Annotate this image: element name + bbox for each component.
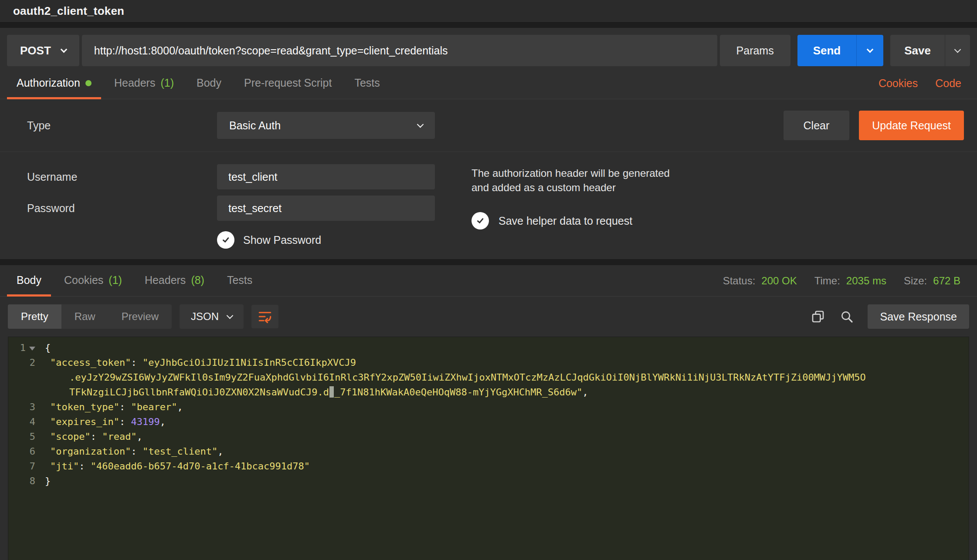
request-tab-title: oauth2_client_token: [13, 4, 124, 18]
auth-helper-note: The authorization header will be generat…: [472, 166, 681, 195]
tab-body[interactable]: Body: [185, 68, 233, 99]
password-label: Password: [0, 202, 217, 215]
check-icon: [475, 216, 485, 226]
code-line: 1{: [8, 341, 969, 355]
time-value: 2035 ms: [846, 275, 886, 287]
code-line: 3"token_type": "bearer",: [8, 400, 969, 415]
save-response-button[interactable]: Save Response: [868, 304, 969, 329]
auth-actions: Clear Update Request: [784, 111, 977, 140]
update-request-button[interactable]: Update Request: [859, 111, 964, 140]
tab-headers[interactable]: Headers (1): [103, 68, 185, 99]
search-button[interactable]: [839, 309, 855, 324]
request-bar: POST http://host1:8000/oauth/token?scope…: [0, 35, 977, 66]
time-label: Time:: [814, 275, 840, 287]
username-label: Username: [0, 171, 217, 183]
auth-type-label: Type: [0, 119, 217, 132]
line-number: [8, 385, 37, 400]
chevron-down-icon: [227, 312, 234, 319]
response-tab-cookies[interactable]: Cookies (1): [53, 265, 133, 296]
code-text: "organization": "test_client",: [37, 444, 223, 459]
auth-configured-dot: [85, 80, 92, 86]
auth-helper-column: The authorization header will be generat…: [472, 164, 716, 249]
format-dropdown[interactable]: JSON: [180, 304, 244, 329]
password-input[interactable]: test_secret: [217, 196, 435, 221]
method-dropdown[interactable]: POST: [7, 35, 79, 66]
tab-pre-request-script[interactable]: Pre-request Script: [233, 68, 343, 99]
status-label: Status:: [723, 275, 756, 287]
show-password-checkbox[interactable]: [217, 231, 234, 249]
fold-toggle-icon[interactable]: [29, 347, 35, 351]
save-button-group: Save: [890, 35, 970, 66]
code-link[interactable]: Code: [935, 77, 961, 90]
view-raw[interactable]: Raw: [61, 304, 109, 329]
request-builder: POST http://host1:8000/oauth/token?scope…: [0, 28, 977, 259]
line-number: 6: [8, 444, 37, 459]
code-line: 2"access_token": "eyJhbGciOiJIUzI1NiIsIn…: [8, 355, 969, 370]
line-number: 3: [8, 400, 37, 415]
url-input[interactable]: http://host1:8000/oauth/token?scope=read…: [82, 35, 717, 66]
send-button[interactable]: Send: [797, 35, 857, 66]
auth-type-dropdown[interactable]: Basic Auth: [217, 112, 435, 139]
search-icon: [840, 310, 854, 324]
save-options-button[interactable]: [945, 35, 970, 66]
username-row: Username test_client: [0, 164, 435, 189]
code-text: "token_type": "bearer",: [37, 400, 183, 415]
tab-tests[interactable]: Tests: [343, 68, 391, 99]
check-icon: [221, 235, 231, 245]
line-number: 2: [8, 355, 37, 370]
save-button[interactable]: Save: [890, 35, 945, 66]
copy-icon: [811, 310, 825, 324]
response-tab-headers[interactable]: Headers (8): [133, 265, 216, 296]
cookies-link[interactable]: Cookies: [879, 77, 918, 90]
basic-auth-form: Username test_client Password test_secre…: [0, 152, 977, 259]
credentials-column: Username test_client Password test_secre…: [0, 164, 435, 249]
response-tab-tests[interactable]: Tests: [216, 265, 264, 296]
headers-count-badge: (1): [160, 77, 174, 89]
code-line: TFkNzgiLCJjbGllbnRfaWQiOiJ0ZXN0X2NsaWVud…: [8, 385, 969, 400]
response-code[interactable]: 1{2"access_token": "eyJhbGciOiJIUzI1NiIs…: [8, 337, 969, 560]
code-text: "jti": "460eadd6-b657-4d70-a1cf-41bcac99…: [37, 459, 310, 474]
line-number: 5: [8, 429, 37, 444]
view-preview[interactable]: Preview: [109, 304, 172, 329]
authorization-editor: Type Basic Auth Clear Update Request Use…: [0, 99, 977, 259]
code-line: 7"jti": "460eadd6-b657-4d70-a1cf-41bcac9…: [8, 459, 969, 474]
request-tabs: Authorization Headers (1) Body Pre-reque…: [0, 68, 977, 99]
response-headers-count-badge: (8): [191, 274, 204, 287]
request-url-group: POST http://host1:8000/oauth/token?scope…: [7, 35, 790, 66]
response-toolbar-right: Save Response: [810, 304, 969, 329]
chevron-down-icon: [867, 46, 874, 53]
save-helper-label: Save helper data to request: [499, 215, 632, 227]
size-value: 672 B: [933, 275, 960, 287]
chevron-down-icon: [417, 121, 424, 128]
send-button-group: Send: [797, 35, 884, 66]
chevron-down-icon: [954, 46, 961, 53]
save-helper-checkbox[interactable]: [472, 212, 489, 229]
code-line: 4"expires_in": 43199,: [8, 415, 969, 429]
wrap-text-icon: [258, 310, 272, 323]
auth-type-row: Type Basic Auth Clear Update Request: [0, 99, 977, 152]
params-button[interactable]: Params: [720, 35, 790, 66]
clear-button[interactable]: Clear: [784, 111, 850, 140]
code-text: "scope": "read",: [37, 429, 142, 444]
username-input[interactable]: test_client: [217, 164, 435, 189]
code-text: {: [37, 341, 51, 355]
response-tab-body[interactable]: Body: [5, 265, 53, 296]
tab-authorization[interactable]: Authorization: [5, 68, 103, 99]
url-text: http://host1:8000/oauth/token?scope=read…: [94, 44, 448, 57]
method-label: POST: [20, 44, 51, 57]
wrap-text-button[interactable]: [251, 305, 278, 328]
copy-button[interactable]: [810, 309, 826, 324]
view-pretty[interactable]: Pretty: [8, 304, 61, 329]
line-number: 1: [8, 341, 37, 355]
view-switcher: Pretty Raw Preview: [8, 304, 172, 329]
code-text: "access_token": "eyJhbGciOiJIUzI1NiIsInR…: [37, 355, 356, 370]
text-cursor: [329, 386, 334, 398]
save-helper-row: Save helper data to request: [472, 212, 716, 229]
request-tab-links: Cookies Code: [879, 68, 972, 99]
code-text: }: [37, 474, 51, 489]
chevron-down-icon: [61, 46, 68, 53]
show-password-label: Show Password: [243, 234, 321, 246]
line-number: 7: [8, 459, 37, 474]
code-text: .eyJzY29wZSI6WyJyZWFkIl0sIm9yZ2FuaXphdGl…: [37, 370, 866, 385]
send-options-button[interactable]: [856, 35, 883, 66]
